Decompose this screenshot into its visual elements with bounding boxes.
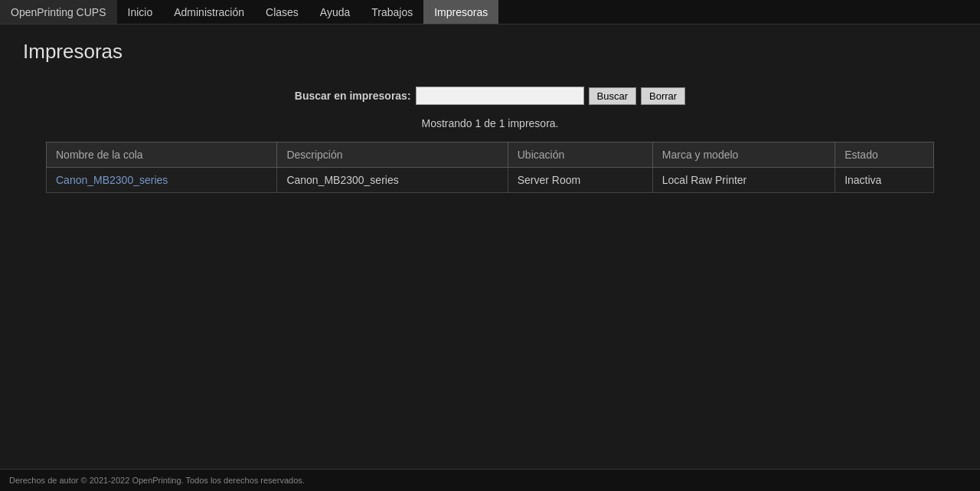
table-header: Nombre de la cola Descripción Ubicación … [47, 142, 934, 168]
col-make-model: Marca y modelo [652, 142, 835, 168]
footer: Derechos de autor © 2021-2022 OpenPrinti… [0, 469, 980, 491]
cell-location: Server Room [508, 168, 652, 193]
col-location: Ubicación [508, 142, 652, 168]
cell-queue-name: Canon_MB2300_series [47, 168, 277, 193]
table-header-row: Nombre de la cola Descripción Ubicación … [47, 142, 934, 168]
printer-table: Nombre de la cola Descripción Ubicación … [46, 142, 934, 193]
main-content: Impresoras Buscar en impresoras: Buscar … [0, 25, 980, 469]
nav-item-impresoras[interactable]: Impresoras [423, 0, 498, 24]
nav-item-administracion[interactable]: Administración [163, 0, 255, 24]
page-title: Impresoras [23, 40, 957, 64]
nav-item-ayuda[interactable]: Ayuda [309, 0, 361, 24]
cell-make-model: Local Raw Printer [652, 168, 835, 193]
col-status: Estado [835, 142, 934, 168]
search-label: Buscar en impresoras: [295, 90, 411, 102]
nav-item-trabajos[interactable]: Trabajos [361, 0, 423, 24]
table-row: Canon_MB2300_series Canon_MB2300_series … [47, 168, 934, 193]
nav-item-inicio[interactable]: Inicio [117, 0, 164, 24]
nav-item-clases[interactable]: Clases [255, 0, 309, 24]
search-area: Buscar en impresoras: Buscar Borrar [23, 87, 957, 105]
cell-description: Canon_MB2300_series [277, 168, 508, 193]
printer-link[interactable]: Canon_MB2300_series [56, 174, 168, 186]
status-text: Mostrando 1 de 1 impresora. [23, 117, 957, 129]
navbar: OpenPrinting CUPS Inicio Administración … [0, 0, 980, 25]
col-queue-name: Nombre de la cola [47, 142, 277, 168]
cell-status: Inactiva [835, 168, 934, 193]
footer-text: Derechos de autor © 2021-2022 OpenPrinti… [9, 476, 305, 485]
search-input[interactable] [416, 87, 584, 105]
nav-brand[interactable]: OpenPrinting CUPS [0, 0, 117, 24]
search-button[interactable]: Buscar [589, 87, 636, 105]
table-body: Canon_MB2300_series Canon_MB2300_series … [47, 168, 934, 193]
col-description: Descripción [277, 142, 508, 168]
clear-button[interactable]: Borrar [641, 87, 685, 105]
